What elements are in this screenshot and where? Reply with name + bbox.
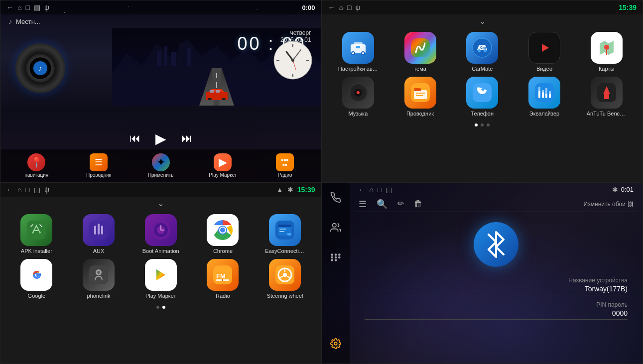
window-icon-bl[interactable]: □ [25, 186, 29, 194]
google-icon: G [20, 259, 52, 291]
explorer-app-item[interactable]: ☰ Проводник [81, 153, 116, 178]
next-button[interactable]: ⏭ [181, 132, 192, 145]
radio-label: Радио [278, 172, 292, 178]
page-dot-1[interactable] [475, 123, 478, 126]
page-dot-2[interactable] [481, 123, 484, 126]
svg-rect-80 [278, 225, 291, 227]
svg-rect-83 [279, 231, 284, 232]
vinyl-center: ♪ [33, 61, 47, 75]
window-icon-tr[interactable]: □ [347, 3, 351, 11]
music-app[interactable]: Музыка [330, 77, 387, 117]
apk-label: APK installer [21, 248, 52, 254]
top-status-bar: ← ⌂ □ ψ 15:39 [322, 0, 643, 14]
equalizer-label: Эквалайзер [529, 111, 559, 117]
home-icon-tr[interactable]: ⌂ [339, 3, 343, 11]
equalizer-app[interactable]: Эквалайзер [516, 77, 573, 117]
steering-label: Steering wheel [267, 293, 303, 299]
wifi-icon-bl: ▲ [276, 186, 283, 194]
antutu-app[interactable]: AnTuTu Bench... [578, 77, 635, 117]
apply-label: Применить [148, 172, 174, 178]
date-day: четверг [280, 29, 311, 36]
apk-icon [20, 214, 52, 246]
svg-rect-57 [542, 90, 544, 93]
svg-point-115 [339, 256, 340, 258]
svg-rect-48 [414, 90, 427, 99]
svg-rect-15 [216, 90, 220, 93]
back-icon-br[interactable]: ← [359, 186, 366, 194]
bt-settings-item[interactable] [326, 334, 346, 354]
radio-fm-app[interactable]: FM Radio [194, 259, 252, 299]
svg-rect-51 [416, 95, 423, 96]
back-icon-tr[interactable]: ← [328, 3, 335, 11]
video-app[interactable]: Видео [516, 32, 573, 72]
playmarket-app-item[interactable]: ▶ Play Маркет [205, 153, 240, 178]
settings-car-app[interactable]: Настройки авт... [330, 32, 387, 72]
steering-app[interactable]: Steering wheel [257, 259, 314, 299]
play-button[interactable]: ▶ [155, 130, 166, 147]
scroll-indicator[interactable]: ⌄ [322, 14, 643, 28]
bt-phone-item[interactable] [326, 188, 346, 208]
svg-point-30 [352, 52, 354, 54]
phone-app[interactable]: Телефон [454, 77, 511, 117]
aux-app[interactable]: AUX [70, 214, 128, 254]
window-icon-br[interactable]: □ [378, 186, 382, 194]
svg-point-117 [335, 259, 337, 261]
carmate-app[interactable]: Cm CarMate [454, 32, 511, 72]
delete-icon[interactable]: 🗑 [414, 199, 423, 210]
page-dot-3[interactable] [487, 123, 490, 126]
steering-icon [269, 259, 301, 291]
maps-app[interactable]: Карты [578, 32, 635, 72]
svg-rect-50 [416, 93, 425, 94]
chrome-app[interactable]: Chrome [194, 214, 252, 254]
page-dot-bl-2[interactable] [162, 306, 165, 309]
clock-face [273, 41, 312, 80]
photo-icon-bl[interactable]: ▤ [34, 186, 40, 194]
wallpaper-button[interactable]: Изменить обои 🖼 [584, 201, 634, 208]
photo-icon-br[interactable]: ▤ [386, 186, 392, 194]
home-icon-br[interactable]: ⌂ [370, 186, 374, 194]
google-app[interactable]: G Google [8, 259, 65, 299]
svg-point-25 [291, 59, 294, 62]
antutu-label: AnTuTu Bench... [587, 111, 627, 117]
search-icon[interactable]: 🔍 [377, 199, 387, 210]
edit-icon[interactable]: ✏ [397, 199, 404, 210]
svg-rect-59 [545, 88, 547, 94]
easyconn-app[interactable]: EasyConnection [257, 214, 314, 254]
apk-app[interactable]: APK installer [8, 214, 65, 254]
bt-contacts-item[interactable] [326, 218, 346, 238]
video-icon [528, 32, 560, 64]
apply-app-item[interactable]: ✦ Применить [143, 153, 178, 178]
prev-button[interactable]: ⏮ [129, 132, 140, 145]
bt-icon-bl: ✱ [287, 186, 293, 194]
page-dot-bl-1[interactable] [156, 306, 159, 309]
svg-rect-68 [94, 226, 96, 235]
playmarket2-label: Play Маркет [145, 293, 176, 299]
scroll-indicator-bl[interactable]: ⌄ [0, 197, 321, 210]
list-icon[interactable]: ☰ [359, 199, 367, 210]
phonelink-app[interactable]: phonelink [70, 259, 128, 299]
vinyl-disc: ♪ [15, 43, 65, 93]
theme-app[interactable]: тема [391, 32, 449, 72]
svg-rect-94 [222, 279, 223, 281]
home-icon-bl[interactable]: ⌂ [17, 186, 21, 194]
chrome-icon [207, 214, 239, 246]
radio-app-item[interactable]: ■■■ ■■ Радио [267, 153, 302, 178]
bt-toolbar: ☰ 🔍 ✏ 🗑 Изменить обои 🖼 [355, 197, 638, 212]
nav-app-item[interactable]: 📍 навигация [19, 153, 54, 178]
explorer-app[interactable]: Проводник [391, 77, 449, 117]
explorer-icon: ☰ [90, 153, 108, 171]
radio-fm-label: Radio [216, 293, 230, 299]
playmarket-label: Play Маркет [209, 172, 237, 178]
playmarket2-app[interactable]: Play Маркет [132, 259, 189, 299]
bt-keypad-item[interactable] [326, 247, 346, 267]
back-icon-bl[interactable]: ← [6, 186, 13, 194]
svg-point-35 [478, 49, 481, 52]
svg-rect-3 [171, 52, 176, 66]
svg-rect-53 [535, 83, 554, 102]
svg-point-88 [97, 271, 100, 274]
svg-point-45 [357, 91, 360, 94]
svg-point-36 [484, 49, 487, 52]
svg-point-41 [604, 45, 609, 50]
boot-app[interactable]: Boot Animation [132, 214, 189, 254]
settings-car-icon [342, 32, 374, 64]
